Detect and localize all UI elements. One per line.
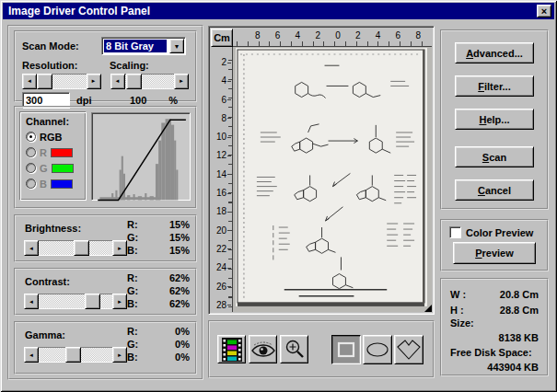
color-preview-checkbox[interactable]	[449, 226, 461, 238]
filter-button[interactable]: Filter...	[455, 75, 534, 97]
v-ruler-label: 6	[211, 96, 231, 105]
color-preview-row[interactable]: Color Preview	[449, 226, 540, 238]
zoom-in-button[interactable]	[280, 335, 308, 363]
gamma-left-arrow[interactable]: ◄	[24, 347, 39, 363]
brightness-label: Brightness:	[25, 223, 81, 234]
contrast-left-arrow[interactable]: ◄	[24, 294, 39, 309]
channel-option-label: R	[40, 147, 47, 158]
scaling-label: Scaling:	[110, 60, 149, 71]
image-driver-control-panel-dialog: Image Driver Control Panel × Scan Mode: …	[0, 0, 557, 392]
ruler-unit-button[interactable]: Cm	[211, 29, 233, 47]
gamma-group: Gamma: ◄ ► R:0% G:0% B:0%	[14, 321, 197, 375]
ellipse-selection-icon	[366, 340, 389, 360]
red-swatch	[51, 148, 73, 157]
v-ruler-label: 18	[211, 207, 231, 216]
preview-canvas[interactable]	[233, 47, 432, 312]
close-button[interactable]: ×	[537, 5, 551, 17]
resolution-track[interactable]	[37, 74, 87, 89]
channel-label: Channel:	[26, 116, 81, 127]
radio-disabled-icon	[26, 163, 36, 173]
value-key: R:	[127, 326, 138, 339]
h-ruler-label: 6	[275, 30, 281, 46]
preview-eye-button[interactable]	[249, 335, 277, 363]
h-ruler-label: 6	[396, 30, 401, 46]
h-ruler-label: 2	[355, 30, 361, 46]
dpi-label: dpi	[76, 95, 104, 106]
value-key: G:	[127, 285, 138, 298]
scaling-slider[interactable]: ◄ ►	[110, 74, 190, 89]
dropdown-arrow-icon[interactable]: ▼	[169, 39, 184, 53]
contrast-track[interactable]	[39, 294, 112, 309]
scaling-thumb[interactable]	[126, 74, 142, 89]
channel-option-label: B	[40, 179, 47, 190]
resolution-slider[interactable]: ◄ ►	[22, 74, 101, 89]
channel-option-b[interactable]: B	[26, 178, 81, 190]
gamma-label: Gamma:	[25, 329, 65, 340]
v-ruler-label: 22	[211, 245, 231, 254]
button-label: dvanced...	[473, 48, 523, 59]
histogram-display	[91, 112, 191, 201]
h-ruler-label: 4	[296, 30, 301, 46]
value: 0%	[175, 326, 190, 339]
title-bar[interactable]: Image Driver Control Panel ×	[3, 3, 554, 19]
preview-controls-group: Color Preview Preview	[440, 219, 549, 271]
ellipse-select-button[interactable]	[363, 335, 392, 364]
contrast-slider[interactable]: ◄ ►	[24, 294, 127, 309]
brightness-slider[interactable]: ◄ ►	[24, 240, 127, 256]
width-label: W :	[450, 289, 466, 300]
brightness-thumb[interactable]	[74, 240, 89, 256]
value: 62%	[169, 285, 190, 298]
resolution-left-arrow[interactable]: ◄	[22, 74, 37, 89]
scaling-track[interactable]	[125, 74, 175, 89]
scan-mode-label: Scan Mode:	[22, 40, 101, 52]
v-ruler-label: 2	[211, 58, 231, 67]
channel-option-r[interactable]: R	[26, 146, 81, 158]
button-label: ancel	[485, 185, 511, 196]
v-ruler-label: 16	[211, 189, 231, 198]
gamma-track[interactable]	[39, 347, 112, 363]
value: 0%	[175, 352, 190, 364]
width-value: 20.8 Cm	[500, 289, 539, 300]
film-scan-button[interactable]	[217, 335, 246, 363]
scan-button[interactable]: Scan	[455, 146, 534, 167]
scaling-left-arrow[interactable]: ◄	[110, 74, 125, 89]
settings-panel: Scan Mode: 8 Bit Gray ▼ Resolution: Scal…	[7, 25, 203, 380]
advanced-button[interactable]: Advanced...	[455, 42, 534, 63]
scan-mode-dropdown[interactable]: 8 Bit Gray ▼	[101, 37, 186, 55]
radio-disabled-icon	[26, 147, 36, 157]
brightness-right-arrow[interactable]: ►	[112, 240, 127, 256]
v-ruler-label: 10	[211, 133, 231, 142]
h-ruler-labels: 864202468	[233, 29, 432, 47]
resolution-thumb[interactable]	[37, 74, 52, 89]
value-key: G:	[127, 339, 138, 352]
contrast-thumb[interactable]	[85, 294, 100, 309]
value: 15%	[169, 219, 190, 232]
gamma-thumb[interactable]	[65, 347, 81, 363]
resize-grip[interactable]	[424, 305, 432, 312]
scan-mode-value: 8 Bit Gray	[104, 40, 167, 52]
contrast-right-arrow[interactable]: ►	[112, 294, 127, 309]
resolution-right-arrow[interactable]: ►	[87, 74, 101, 89]
v-ruler-label: 4	[211, 76, 231, 86]
radio-selected-icon[interactable]	[26, 132, 36, 142]
help-button[interactable]: Help...	[455, 109, 534, 130]
rectangle-select-button[interactable]	[331, 335, 361, 364]
gamma-slider[interactable]: ◄ ►	[24, 347, 127, 363]
window-title: Image Driver Control Panel	[8, 5, 150, 17]
scaling-right-arrow[interactable]: ►	[174, 74, 189, 89]
h-ruler-label: 8	[415, 30, 421, 46]
channel-option-rgb[interactable]: RGB	[26, 131, 81, 143]
gamma-right-arrow[interactable]: ►	[112, 347, 127, 363]
polygon-select-button[interactable]	[394, 335, 424, 364]
value-key: B:	[127, 245, 138, 258]
brightness-left-arrow[interactable]: ◄	[24, 240, 39, 256]
channel-option-g[interactable]: G	[26, 162, 81, 174]
scan-info-group: W : 20.8 Cm H : 28.8 Cm Size: 8138 KB Fr…	[440, 278, 549, 376]
contrast-group: Contrast: ◄ ► R:62% G:62% B:62%	[14, 268, 197, 316]
free-disk-label: Free Disk Space:	[450, 347, 539, 362]
value: 62%	[169, 272, 190, 285]
cancel-button[interactable]: Cancel	[455, 179, 534, 201]
brightness-track[interactable]	[39, 240, 112, 256]
channel-box: Channel: RGB R G B	[20, 112, 87, 201]
preview-button[interactable]: Preview	[453, 242, 536, 264]
